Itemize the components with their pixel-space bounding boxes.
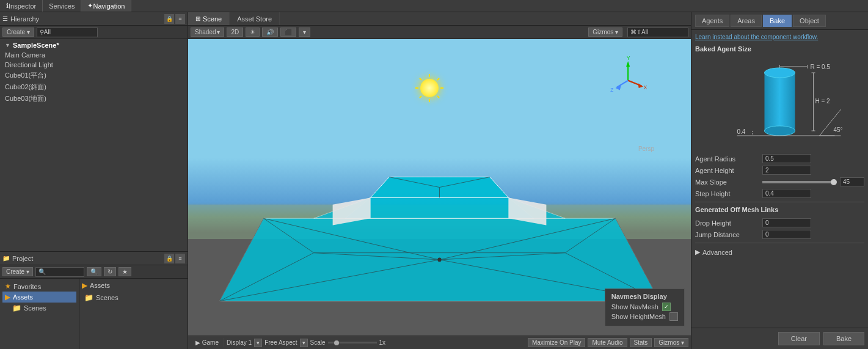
right-panel: Agents Areas Bake Object Learn instead a… (691, 12, 868, 349)
bake-button[interactable]: Bake (823, 332, 864, 345)
project-menu-btn[interactable]: ≡ (175, 254, 185, 263)
agent-size-visual: R = 0.5 H = 2 (695, 57, 864, 149)
navigation-icon: ✦ (87, 2, 93, 10)
hierarchy-lock-btn[interactable]: 🔒 (164, 14, 174, 24)
hierarchy-toolbar: Create ▾ (0, 26, 188, 39)
maximize-on-play-btn[interactable]: Maximize On Play (528, 338, 586, 347)
hierarchy-scene[interactable]: ▼ SampleScene* (0, 40, 188, 50)
nav-subtab-bake[interactable]: Bake (763, 15, 792, 27)
aspect-dropdown[interactable]: ▾ (300, 339, 308, 347)
jump-distance-row: Jump Distance (695, 230, 864, 239)
scene-toolbar: Shaded ▾ 2D ☀ 🔊 ⬛ ▾ Gizmos ▾ (188, 26, 691, 39)
mute-audio-btn[interactable]: Mute Audio (588, 338, 627, 347)
hierarchy-item-light[interactable]: Directional Light (0, 60, 188, 70)
project-search-btn[interactable]: 🔍 (87, 267, 101, 276)
project-favorites-item[interactable]: ★ Favorites (2, 281, 76, 292)
display-label: Display 1 (227, 339, 252, 346)
hierarchy-item-cube01[interactable]: Cube01(平台) (0, 70, 188, 81)
left-panel: ☰ Hierarchy 🔒 ≡ Create ▾ ▼ SampleScene* … (0, 12, 188, 349)
agent-radius-row: Agent Radius (695, 154, 864, 163)
svg-line-41 (420, 96, 421, 98)
agent-radius-input[interactable] (762, 154, 811, 163)
hierarchy-item-cube03[interactable]: Cube03(地面) (0, 93, 188, 105)
audio-btn[interactable]: 🔊 (262, 28, 278, 37)
scale-label: Scale (310, 339, 326, 346)
svg-text:H = 2: H = 2 (815, 98, 831, 105)
gizmos-game-btn[interactable]: Gizmos ▾ (654, 338, 688, 347)
advanced-arrow: ▶ (695, 248, 700, 256)
tab-services[interactable]: Services (43, 0, 81, 12)
display-dropdown[interactable]: ▾ (254, 339, 262, 347)
step-height-input[interactable] (762, 189, 811, 198)
show-heightmesh-checkbox[interactable] (669, 312, 678, 321)
project-star-btn[interactable]: ★ (119, 267, 131, 276)
gizmos-btn[interactable]: Gizmos ▾ (588, 28, 622, 37)
scene-arrow: ▼ (5, 42, 10, 48)
project-search-input[interactable] (35, 267, 84, 277)
asset-scenes-item[interactable]: 📁 Scenes (82, 292, 185, 303)
project-create-btn[interactable]: Create ▾ (2, 267, 33, 276)
agent-height-input[interactable] (762, 166, 811, 175)
tab-inspector[interactable]: ℹ Inspector (0, 0, 43, 12)
scenes-folder-icon: 📁 (12, 304, 21, 312)
advanced-row[interactable]: ▶ Advanced (695, 247, 864, 257)
drop-height-input[interactable] (762, 218, 811, 227)
game-tab[interactable]: ▶ Game (191, 338, 224, 347)
scene-tab-assetstore[interactable]: Asset Store (230, 12, 280, 25)
scene-view[interactable]: X Y Z (188, 39, 691, 336)
project-icon: 📁 (2, 255, 10, 262)
light-btn[interactable]: ☀ (246, 28, 260, 37)
scale-slider[interactable]: 1x (328, 339, 386, 346)
scene-tab-scene[interactable]: ⊞ Scene (188, 12, 230, 25)
nav-subtabs: Agents Areas Bake Object (691, 12, 868, 30)
project-toolbar: Create ▾ 🔍 ↻ ★ (0, 265, 188, 279)
svg-text:R = 0.5: R = 0.5 (811, 64, 831, 70)
camera-btn[interactable]: ▾ (299, 28, 310, 37)
scene-search-input[interactable] (627, 28, 688, 37)
navmesh-popup: Navmesh Display Show NavMesh ✓ Show Heig… (605, 288, 685, 326)
svg-point-52 (765, 68, 795, 78)
svg-rect-51 (765, 73, 795, 131)
scenes-asset-icon: 📁 (84, 293, 93, 302)
max-slope-slider[interactable] (762, 181, 834, 183)
hierarchy-create-btn[interactable]: Create ▾ (2, 28, 34, 37)
agent-height-row: Agent Height (695, 166, 864, 175)
shaded-btn[interactable]: Shaded ▾ (191, 28, 224, 37)
show-heightmesh-row: Show HeightMesh (611, 312, 678, 321)
svg-text:Z: Z (610, 86, 613, 92)
nav-subtab-agents[interactable]: Agents (695, 15, 729, 27)
project-assets-item[interactable]: ▶ Assets (2, 292, 76, 303)
project-scenes-item[interactable]: 📁 Scenes (2, 303, 76, 314)
clear-button[interactable]: Clear (778, 332, 820, 345)
hierarchy-item-camera[interactable]: Main Camera (0, 50, 188, 60)
hierarchy-search-input[interactable] (37, 28, 98, 37)
twod-btn[interactable]: 2D (227, 28, 243, 37)
folder-icon: ▶ (5, 293, 10, 301)
project-lock-btn[interactable]: 🔒 (164, 254, 174, 263)
jump-distance-input[interactable] (762, 230, 811, 239)
nav-subtab-object[interactable]: Object (793, 15, 826, 27)
hierarchy-header: ☰ Hierarchy 🔒 ≡ (0, 12, 188, 26)
project-refresh-btn[interactable]: ↻ (104, 267, 116, 276)
nav-subtab-areas[interactable]: Areas (731, 15, 762, 27)
scene-sun (414, 73, 445, 103)
learn-link[interactable]: Learn instead about the component workfl… (695, 34, 864, 40)
divider-1 (695, 202, 864, 202)
tab-navigation[interactable]: ✦ Navigation (81, 0, 131, 12)
fx-btn[interactable]: ⬛ (280, 28, 296, 37)
max-slope-row: Max Slope (695, 177, 864, 186)
top-bar: ℹ Inspector Services ✦ Navigation (0, 0, 868, 12)
show-navmesh-checkbox[interactable]: ✓ (662, 303, 671, 311)
svg-line-40 (437, 78, 439, 80)
scene-tab-icon: ⊞ (195, 15, 200, 22)
hierarchy-item-cube02[interactable]: Cube02(斜面) (0, 81, 188, 93)
max-slope-input[interactable] (840, 177, 864, 186)
stats-btn[interactable]: Stats (630, 338, 652, 347)
aspect-label: Free Aspect (264, 339, 297, 346)
hierarchy-menu-btn[interactable]: ≡ (175, 14, 185, 24)
project-sidebar: ★ Favorites ▶ Assets 📁 Scenes (0, 279, 79, 349)
step-height-row: Step Height (695, 189, 864, 198)
svg-marker-27 (626, 61, 630, 67)
project-content: ★ Favorites ▶ Assets 📁 Scenes ▶ (0, 279, 188, 349)
assets-tree-icon: ▶ (82, 281, 87, 290)
